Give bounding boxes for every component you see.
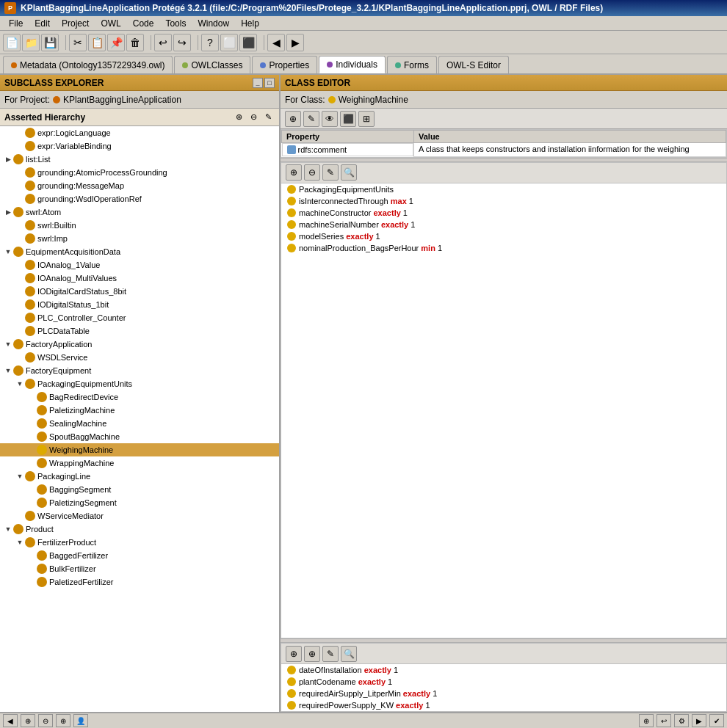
- tree-item[interactable]: ▶swrl:Atom: [0, 205, 279, 219]
- tree-item[interactable]: PLCDataTable: [0, 324, 279, 338]
- expand-icon[interactable]: ▼: [3, 524, 13, 534]
- tree-item[interactable]: WSDLService: [0, 351, 279, 364]
- bottom-btn-4[interactable]: 🔍: [341, 646, 357, 662]
- tree-item[interactable]: ▼FertilizerProduct: [0, 536, 279, 549]
- hierarchy-btn-1[interactable]: ⊕: [232, 111, 245, 124]
- props-btn-view[interactable]: 👁: [322, 111, 338, 127]
- tree-item[interactable]: IODigitalStatus_1bit: [0, 298, 279, 311]
- bottom-btn-2[interactable]: ⊕: [304, 646, 320, 662]
- tree-item[interactable]: ▶list:List: [0, 153, 279, 166]
- restr-btn-3[interactable]: ✎: [322, 164, 339, 181]
- toolbar-paste[interactable]: 📌: [107, 34, 125, 51]
- tree-item[interactable]: expr:LogicLanguage: [0, 126, 279, 139]
- restr-btn-4[interactable]: 🔍: [341, 164, 357, 181]
- tree-item[interactable]: SpoutBaggMachine: [0, 430, 279, 443]
- expand-icon[interactable]: [15, 326, 25, 336]
- tab-individuals[interactable]: Individuals: [319, 56, 386, 73]
- tree-item[interactable]: BulkFertilizer: [0, 562, 279, 575]
- tree-item[interactable]: WrappingMachine: [0, 456, 279, 470]
- expand-icon[interactable]: [15, 313, 25, 323]
- expand-icon[interactable]: [26, 405, 37, 415]
- status-btn-5[interactable]: 👤: [73, 714, 88, 727]
- tab-forms[interactable]: Forms: [387, 56, 437, 73]
- tree-item[interactable]: swrl:Imp: [0, 232, 279, 245]
- panel-minimize-btn[interactable]: _: [253, 78, 263, 88]
- status-btn-4[interactable]: ⊕: [56, 714, 70, 727]
- toolbar-save[interactable]: 💾: [41, 34, 59, 51]
- expand-icon[interactable]: [26, 392, 37, 402]
- menu-tools[interactable]: Tools: [159, 17, 192, 30]
- toolbar-cut[interactable]: ✂: [69, 34, 87, 51]
- expand-icon[interactable]: [15, 233, 25, 244]
- tree-container[interactable]: expr:LogicLanguageexpr:VariableBinding▶l…: [0, 126, 279, 712]
- props-btn-delete[interactable]: ⬛: [340, 111, 356, 127]
- expand-icon[interactable]: [26, 550, 37, 561]
- toolbar-redo[interactable]: ↪: [173, 34, 191, 51]
- tree-item[interactable]: PLC_Controller_Counter: [0, 311, 279, 324]
- bottom-btn-3[interactable]: ✎: [322, 646, 339, 662]
- expand-icon[interactable]: [26, 564, 37, 574]
- expand-icon[interactable]: [15, 181, 25, 191]
- tree-item[interactable]: grounding:AtomicProcessGrounding: [0, 166, 279, 179]
- status-btn-8[interactable]: ⚙: [674, 714, 689, 727]
- tab-owls-editor[interactable]: OWL-S Editor: [438, 56, 509, 73]
- expand-icon[interactable]: [26, 418, 37, 429]
- expand-icon[interactable]: ▶: [3, 207, 13, 217]
- tree-item[interactable]: PaletizedFertilizer: [0, 575, 279, 589]
- tree-item[interactable]: ▼FactoryApplication: [0, 338, 279, 351]
- tab-owlclasses[interactable]: OWLClasses: [174, 56, 250, 73]
- expand-icon[interactable]: [15, 273, 25, 283]
- expand-icon[interactable]: [15, 299, 25, 310]
- status-btn-2[interactable]: ⊕: [21, 714, 35, 727]
- expand-icon[interactable]: ▼: [15, 537, 25, 547]
- status-btn-3[interactable]: ⊖: [38, 714, 53, 727]
- tree-item[interactable]: ▼Product: [0, 523, 279, 536]
- status-btn-9[interactable]: ▶: [692, 714, 706, 727]
- expand-icon[interactable]: ▼: [3, 365, 13, 376]
- expand-icon[interactable]: [26, 577, 37, 587]
- expand-icon[interactable]: [26, 445, 37, 455]
- toolbar-back[interactable]: ◀: [267, 34, 285, 51]
- panel-maximize-btn[interactable]: □: [264, 78, 275, 88]
- expand-icon[interactable]: [26, 498, 37, 508]
- toolbar-open[interactable]: 📁: [22, 34, 40, 51]
- tree-item[interactable]: WServiceMediator: [0, 509, 279, 523]
- status-btn-7[interactable]: ↩: [657, 714, 671, 727]
- expand-icon[interactable]: ▼: [3, 339, 13, 349]
- restr-btn-1[interactable]: ⊕: [286, 164, 302, 181]
- toolbar-copy[interactable]: 📋: [88, 34, 106, 51]
- tree-item[interactable]: BagRedirectDevice: [0, 390, 279, 404]
- menu-project[interactable]: Project: [56, 17, 95, 30]
- tree-item[interactable]: BaggedFertilizer: [0, 549, 279, 562]
- tree-item[interactable]: IOAnalog_MultiValues: [0, 272, 279, 285]
- tree-item[interactable]: SealingMachine: [0, 417, 279, 430]
- expand-icon[interactable]: [15, 352, 25, 363]
- bottom-btn-1[interactable]: ⊕: [286, 646, 302, 662]
- toolbar-delete[interactable]: 🗑: [126, 34, 144, 51]
- expand-icon[interactable]: [15, 194, 25, 204]
- hierarchy-btn-3[interactable]: ✎: [261, 111, 275, 124]
- expand-icon[interactable]: [15, 220, 25, 230]
- menu-edit[interactable]: Edit: [29, 17, 56, 30]
- toolbar-undo[interactable]: ↩: [154, 34, 172, 51]
- props-btn-grid[interactable]: ⊞: [358, 111, 375, 127]
- expand-icon[interactable]: ▼: [15, 379, 25, 389]
- tree-item[interactable]: ▼FactoryEquipment: [0, 364, 279, 377]
- expand-icon[interactable]: [15, 260, 25, 270]
- menu-owl[interactable]: OWL: [95, 17, 126, 30]
- toolbar-extra2[interactable]: ⬛: [239, 34, 257, 51]
- tree-item[interactable]: PaletizingSegment: [0, 496, 279, 509]
- tree-item[interactable]: IOAnalog_1Value: [0, 258, 279, 272]
- restr-btn-2[interactable]: ⊖: [304, 164, 320, 181]
- tree-item[interactable]: swrl:Builtin: [0, 219, 279, 232]
- tab-metadata[interactable]: Metadata (Ontology1357229349.owl): [3, 56, 173, 73]
- expand-icon[interactable]: [15, 141, 25, 151]
- tree-item[interactable]: grounding:WsdlOperationRef: [0, 192, 279, 205]
- status-btn-1[interactable]: ◀: [3, 714, 18, 727]
- tree-item[interactable]: expr:VariableBinding: [0, 139, 279, 153]
- tree-item[interactable]: ▼EquipmentAcquisitionData: [0, 245, 279, 258]
- expand-icon[interactable]: [15, 167, 25, 178]
- status-btn-6[interactable]: ⊕: [639, 714, 654, 727]
- expand-icon[interactable]: [15, 286, 25, 296]
- tab-properties[interactable]: Properties: [252, 56, 317, 73]
